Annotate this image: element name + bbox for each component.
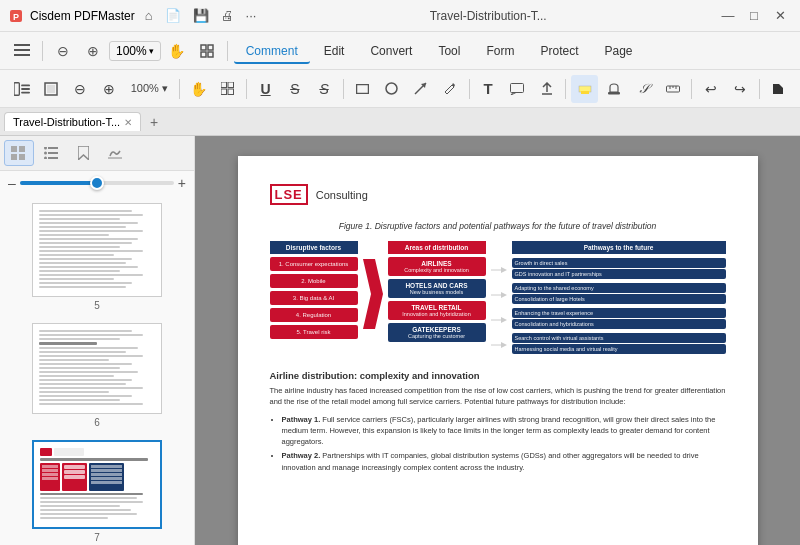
content-area[interactable]: LSE Consulting Figure 1. Disruptive fact… — [195, 136, 800, 545]
svg-rect-23 — [511, 83, 524, 92]
menu-convert[interactable]: Convert — [358, 38, 424, 64]
thumbnail-view-btn[interactable] — [4, 140, 34, 166]
tab-label: Travel-Distribution-T... — [13, 116, 120, 128]
svg-rect-10 — [21, 84, 30, 86]
file-nav-icon[interactable]: 📄 — [161, 6, 185, 25]
print-nav-icon[interactable]: 🖨 — [217, 6, 238, 25]
strikethrough2-btn[interactable]: S — [310, 75, 337, 103]
minimize-button[interactable]: — — [716, 4, 740, 28]
svg-rect-7 — [201, 52, 206, 57]
pathway-4a: Search control with virtual assistants — [512, 333, 726, 343]
bookmark-view-btn[interactable] — [68, 140, 98, 166]
areas-header: Areas of distribution — [388, 241, 486, 254]
undo-btn[interactable]: ↩ — [697, 75, 724, 103]
page-number-6: 6 — [94, 417, 100, 428]
title-bar: P Cisdem PDFMaster ⌂ 📄 💾 🖨 ··· Travel-Di… — [0, 0, 800, 32]
slider-plus-btn[interactable]: + — [178, 175, 186, 191]
tab-bar: Travel-Distribution-T... ✕ + — [0, 108, 800, 136]
zoom-out-menu[interactable]: ⊖ — [49, 37, 77, 65]
zoom-slider[interactable] — [20, 181, 174, 185]
arrow-btn[interactable] — [407, 75, 434, 103]
svg-rect-14 — [47, 85, 55, 93]
select-tool-menu[interactable] — [193, 37, 221, 65]
highlight-btn[interactable] — [571, 75, 598, 103]
menu-page[interactable]: Page — [592, 38, 644, 64]
attachment-btn[interactable] — [533, 75, 560, 103]
signature-view-btn[interactable] — [100, 140, 130, 166]
pdf-tab[interactable]: Travel-Distribution-T... ✕ — [4, 112, 141, 131]
pathway-group-4: Search control with virtual assistants H… — [512, 332, 726, 354]
strikethrough-btn[interactable]: S — [281, 75, 308, 103]
menu-bar: ⊖ ⊕ 100% ▾ ✋ Comment Edit Convert Tool F… — [0, 32, 800, 70]
eraser-btn[interactable] — [765, 75, 792, 103]
measure-btn[interactable] — [659, 75, 686, 103]
slider-minus-btn[interactable]: – — [8, 175, 16, 191]
menu-form[interactable]: Form — [474, 38, 526, 64]
menu-separator-1 — [42, 41, 43, 61]
svg-marker-48 — [501, 292, 507, 298]
svg-rect-35 — [19, 154, 25, 160]
svg-rect-26 — [608, 92, 620, 95]
cursive-sign-btn[interactable]: 𝒮 — [630, 75, 657, 103]
page-thumb-7[interactable]: 7 — [4, 440, 190, 543]
menu-tool[interactable]: Tool — [426, 38, 472, 64]
list-view-btn[interactable] — [36, 140, 66, 166]
disruptive-cells: 1. Consumer expectations 2. Mobile 3. Bi… — [270, 257, 358, 339]
zoom-out-btn[interactable]: ⊖ — [66, 75, 93, 103]
zoom-in-menu[interactable]: ⊕ — [79, 37, 107, 65]
zoom-control[interactable]: 100% ▾ — [109, 41, 161, 61]
zoom-pct-display[interactable]: 100% ▾ — [125, 75, 174, 103]
underline-btn[interactable]: U — [252, 75, 279, 103]
panel-toggle-btn[interactable] — [8, 75, 35, 103]
tb-sep-6 — [691, 79, 692, 99]
menu-protect[interactable]: Protect — [528, 38, 590, 64]
dis-factor-4: 4. Regulation — [270, 308, 358, 322]
page-thumb-6[interactable]: 6 — [4, 323, 190, 428]
svg-rect-16 — [228, 82, 234, 88]
home-nav-icon[interactable]: ⌂ — [141, 6, 157, 25]
add-tab-button[interactable]: + — [143, 111, 165, 133]
pathway-group-2: Adapting to the shared economy Consolida… — [512, 282, 726, 304]
area-hotels: HOTELS AND CARS New business models — [388, 279, 486, 298]
circle-btn[interactable] — [378, 75, 405, 103]
svg-rect-33 — [19, 146, 25, 152]
slider-thumb[interactable] — [90, 176, 104, 190]
dis-factor-3: 3. Big data & AI — [270, 291, 358, 305]
sidebar-menu-icon[interactable] — [8, 37, 36, 65]
hand-btn[interactable]: ✋ — [185, 75, 212, 103]
menu-edit[interactable]: Edit — [312, 38, 357, 64]
fit-page-btn[interactable] — [37, 75, 64, 103]
close-tab-icon[interactable]: ✕ — [124, 117, 132, 128]
disruptive-factors-col: Disruptive factors 1. Consumer expectati… — [270, 241, 358, 339]
svg-rect-19 — [356, 84, 368, 93]
save-nav-icon[interactable]: 💾 — [189, 6, 213, 25]
zoom-in-btn[interactable]: ⊕ — [96, 75, 123, 103]
pathway-1b: GDS innovation and IT partnerships — [512, 269, 726, 279]
page-thumb-5[interactable]: 5 — [4, 203, 190, 311]
maximize-button[interactable]: □ — [742, 4, 766, 28]
rectangle-btn[interactable] — [349, 75, 376, 103]
page-thumb-img-7 — [32, 440, 162, 529]
intro-text: The airline industry has faced increased… — [270, 385, 726, 408]
disruptive-header: Disruptive factors — [270, 241, 358, 254]
svg-rect-2 — [14, 44, 30, 46]
areas-col: Areas of distribution AIRLINES Complexit… — [388, 241, 486, 342]
dis-factor-5: 5. Travel risk — [270, 325, 358, 339]
text-btn[interactable]: T — [475, 75, 502, 103]
pencil-btn[interactable] — [436, 75, 463, 103]
grid-btn[interactable] — [214, 75, 241, 103]
area-gatekeepers: GATEKEEPERS Capturing the customer — [388, 323, 486, 342]
hand-tool-menu[interactable]: ✋ — [163, 37, 191, 65]
redo-btn[interactable]: ↪ — [726, 75, 753, 103]
menu-comment[interactable]: Comment — [234, 38, 310, 64]
stamp-btn[interactable] — [600, 75, 627, 103]
more-nav-icon[interactable]: ··· — [242, 6, 261, 25]
svg-point-20 — [386, 83, 397, 94]
pdf-page: LSE Consulting Figure 1. Disruptive fact… — [238, 156, 758, 545]
svg-rect-37 — [48, 152, 58, 154]
tb-sep-7 — [759, 79, 760, 99]
page-thumb-img-6 — [32, 323, 162, 414]
svg-rect-8 — [208, 52, 213, 57]
callout-btn[interactable] — [504, 75, 531, 103]
close-button[interactable]: ✕ — [768, 4, 792, 28]
